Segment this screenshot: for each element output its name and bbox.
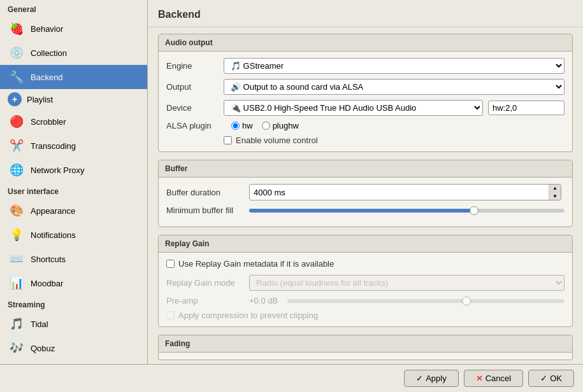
sidebar-item-behavior[interactable]: 🍓 Behavior xyxy=(0,17,147,41)
alsa-radio-group: hw plughw xyxy=(231,121,299,130)
page-title: Backend xyxy=(148,0,583,27)
alsa-hw-text: hw xyxy=(242,121,253,130)
device-hw-input[interactable] xyxy=(488,101,565,115)
tidal-icon: 🎵 xyxy=(8,315,25,333)
replay-mode-select: Radio (equal loudness for all tracks) xyxy=(249,275,565,291)
sidebar-item-label: Scrobbler xyxy=(31,117,66,127)
spinbox-buttons: ▲ ▼ xyxy=(549,185,561,200)
preamp-value: +0.0 dB xyxy=(249,296,287,305)
sidebar-item-transcoding[interactable]: ✂️ Transcoding xyxy=(0,134,147,158)
backend-icon: 🔧 xyxy=(8,68,25,86)
footer: ✓ Apply ✕ Cancel ✓ OK xyxy=(0,364,583,392)
sidebar-item-label: Tidal xyxy=(31,319,48,329)
min-fill-slider-container xyxy=(249,209,565,213)
sidebar-item-scrobbler[interactable]: 🔴 Scrobbler xyxy=(0,109,147,134)
fading-title: Fading xyxy=(159,335,572,353)
appearance-icon: 🎨 xyxy=(8,202,25,220)
sidebar-item-backend[interactable]: 🔧 Backend xyxy=(0,65,147,89)
compress-label: Apply compression to prevent clipping xyxy=(178,311,318,320)
output-row: Output 🔊 Output to a sound card via ALSA xyxy=(166,79,565,95)
spinbox-up-button[interactable]: ▲ xyxy=(549,185,561,192)
behavior-icon: 🍓 xyxy=(8,20,25,38)
compress-row: Apply compression to prevent clipping xyxy=(166,311,565,320)
ok-button[interactable]: ✓ OK xyxy=(528,370,574,387)
sidebar-item-shortcuts[interactable]: ⌨️ Shortcuts xyxy=(0,247,147,271)
engine-select[interactable]: 🎵 GStreamer xyxy=(224,58,565,74)
output-label: Output xyxy=(166,82,224,92)
buffer-section: Buffer Buffer duration 4000 ms ▲ ▼ xyxy=(158,160,573,227)
device-select[interactable]: 🔌 USB2.0 High-Speed True HD Audio USB Au… xyxy=(224,100,483,116)
network-proxy-icon: 🌐 xyxy=(8,161,25,179)
use-metadata-checkbox[interactable] xyxy=(166,260,175,268)
use-metadata-row: Use Replay Gain metadata if it is availa… xyxy=(166,259,565,269)
sidebar-item-appearance[interactable]: 🎨 Appearance xyxy=(0,199,147,223)
audio-output-title: Audio output xyxy=(159,34,572,52)
ok-icon: ✓ xyxy=(540,374,547,383)
engine-row: Engine 🎵 GStreamer xyxy=(166,58,565,74)
qobuz-icon: 🎶 xyxy=(8,339,25,357)
sidebar-item-label: Transcoding xyxy=(31,141,76,151)
replay-gain-mode-row: Replay Gain mode Radio (equal loudness f… xyxy=(166,275,565,291)
sidebar-item-network-proxy[interactable]: 🌐 Network Proxy xyxy=(0,158,147,182)
preamp-label: Pre-amp xyxy=(166,296,249,305)
replay-gain-title: Replay Gain xyxy=(159,235,572,253)
volume-control-label[interactable]: Enable volume control xyxy=(236,136,318,145)
sidebar-item-playlist[interactable]: + Playlist xyxy=(0,89,147,109)
alsa-hw-label[interactable]: hw xyxy=(231,121,253,130)
settings-window: General 🍓 Behavior 💿 Collection 🔧 Backen… xyxy=(0,0,583,392)
volume-control-checkbox[interactable] xyxy=(224,136,232,144)
cancel-button[interactable]: ✕ Cancel xyxy=(464,370,523,387)
replay-gain-section: Replay Gain Use Replay Gain metadata if … xyxy=(158,235,573,327)
buffer-body: Buffer duration 4000 ms ▲ ▼ Mi xyxy=(159,178,572,227)
alsa-label: ALSA plugin xyxy=(166,121,224,130)
buffer-duration-row: Buffer duration 4000 ms ▲ ▼ xyxy=(166,184,565,200)
collection-icon: 💿 xyxy=(8,44,25,62)
min-fill-slider[interactable] xyxy=(249,209,565,213)
output-select[interactable]: 🔊 Output to a sound card via ALSA xyxy=(224,79,565,95)
apply-icon: ✓ xyxy=(416,374,423,383)
sidebar: General 🍓 Behavior 💿 Collection 🔧 Backen… xyxy=(0,0,148,364)
sidebar-item-notifications[interactable]: 💡 Notifications xyxy=(0,223,147,247)
volume-control-row: Enable volume control xyxy=(224,136,565,145)
device-row: Device 🔌 USB2.0 High-Speed True HD Audio… xyxy=(166,100,565,116)
sidebar-item-label: Playlist xyxy=(27,95,53,104)
user-interface-section-label: User interface xyxy=(0,182,147,199)
replay-gain-body: Use Replay Gain metadata if it is availa… xyxy=(159,253,572,326)
preamp-slider-container xyxy=(287,299,565,303)
sidebar-item-label: Appearance xyxy=(31,206,75,216)
device-control: 🔌 USB2.0 High-Speed True HD Audio USB Au… xyxy=(224,100,565,116)
device-label: Device xyxy=(166,103,224,113)
alsa-hw-radio[interactable] xyxy=(231,122,240,130)
ok-label: OK xyxy=(550,374,562,383)
shortcuts-icon: ⌨️ xyxy=(8,250,25,268)
sidebar-item-collection[interactable]: 💿 Collection xyxy=(0,41,147,65)
use-metadata-label[interactable]: Use Replay Gain metadata if it is availa… xyxy=(178,259,334,269)
sidebar-item-label: Shortcuts xyxy=(31,255,66,264)
sidebar-item-label: Behavior xyxy=(31,24,63,34)
moodbar-icon: 📊 xyxy=(8,274,25,292)
sidebar-item-label: Collection xyxy=(31,48,67,58)
general-section-label: General xyxy=(0,0,147,17)
sidebar-item-label: Moodbar xyxy=(31,279,63,288)
transcoding-icon: ✂️ xyxy=(8,137,25,155)
alsa-plughw-label[interactable]: plughw xyxy=(262,121,299,130)
buffer-duration-spinbox: 4000 ms ▲ ▼ xyxy=(249,184,561,200)
fading-section: Fading xyxy=(158,335,573,360)
replay-mode-label: Replay Gain mode xyxy=(166,278,249,288)
alsa-plughw-radio[interactable] xyxy=(262,122,270,130)
sidebar-item-qobuz[interactable]: 🎶 Qobuz xyxy=(0,336,147,360)
sidebar-item-label: Notifications xyxy=(31,230,76,240)
cancel-icon: ✕ xyxy=(476,374,483,383)
audio-output-section: Audio output Engine 🎵 GStreamer xyxy=(158,34,573,152)
preamp-row: Pre-amp +0.0 dB xyxy=(166,296,565,305)
streaming-section-label: Streaming xyxy=(0,295,147,312)
notifications-icon: 💡 xyxy=(8,226,25,244)
sidebar-item-tidal[interactable]: 🎵 Tidal xyxy=(0,312,147,336)
sidebar-item-moodbar[interactable]: 📊 Moodbar xyxy=(0,271,147,295)
spinbox-down-button[interactable]: ▼ xyxy=(549,192,561,200)
sidebar-item-label: Network Proxy xyxy=(31,165,85,175)
buffer-duration-input[interactable]: 4000 ms xyxy=(250,186,549,199)
apply-button[interactable]: ✓ Apply xyxy=(404,370,459,387)
buffer-duration-label: Buffer duration xyxy=(166,188,249,197)
preamp-slider xyxy=(287,299,565,303)
